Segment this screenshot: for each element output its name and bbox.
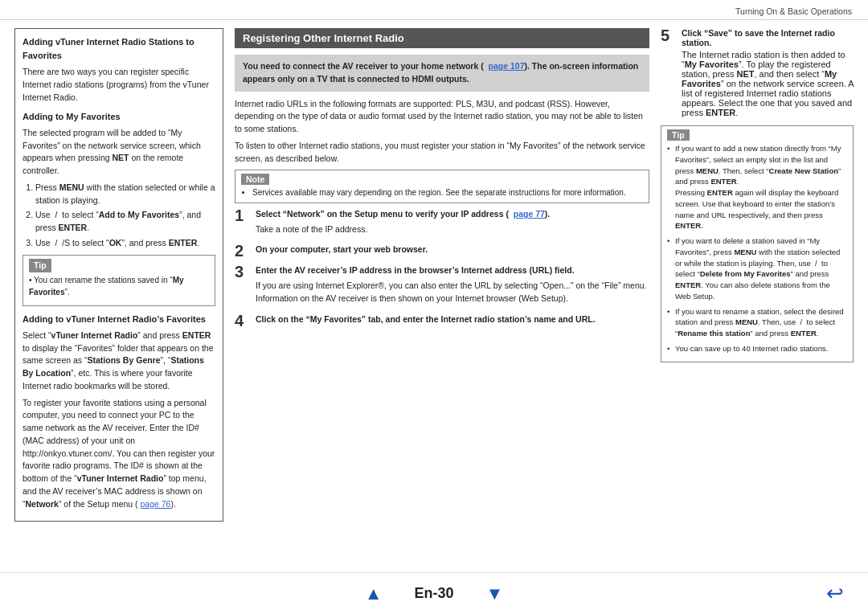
left-box-title: Adding vTuner Internet Radio Stations to… bbox=[23, 35, 215, 62]
back-button[interactable]: ↩ bbox=[826, 581, 844, 606]
page76-link[interactable]: page 76 bbox=[141, 499, 171, 509]
left-step-2: Use / to select “Add to My Favorites”, a… bbox=[35, 209, 215, 235]
left-tip-box: Tip • You can rename the stations saved … bbox=[23, 255, 215, 307]
mid-column: Registering Other Internet Radio You nee… bbox=[235, 28, 649, 522]
page77-link[interactable]: page 77 bbox=[514, 209, 545, 219]
section2-p2: To register your favorite stations using… bbox=[23, 397, 215, 511]
left-intro: There are two ways you can register spec… bbox=[23, 66, 215, 104]
prev-arrow[interactable]: ▲ bbox=[365, 583, 383, 604]
left-step-3: Use / /S to select “OK”, and press ENTER… bbox=[35, 237, 215, 250]
next-arrow[interactable]: ▼ bbox=[486, 583, 504, 604]
page-label: En-30 bbox=[414, 585, 453, 602]
page107-link[interactable]: page 107 bbox=[489, 61, 525, 71]
step-1: 1 Select “Network” on the Setup menu to … bbox=[235, 208, 649, 239]
mid-p2: To listen to other Internet radio statio… bbox=[235, 140, 649, 166]
right-tip-4: You can save up to 40 Internet radio sta… bbox=[667, 343, 847, 354]
step-4: 4 Click on the “My Favorites” tab, and e… bbox=[235, 313, 649, 329]
mid-section-title: Registering Other Internet Radio bbox=[235, 28, 649, 48]
step-3: 3 Enter the AV receiver’s IP address in … bbox=[235, 264, 649, 307]
section2-p1: Select “vTuner Internet Radio” and press… bbox=[23, 330, 215, 393]
section1-title: Adding to My Favorites bbox=[23, 110, 215, 124]
highlight-box: You need to connect the AV receiver to y… bbox=[235, 55, 649, 92]
left-step-1: Press MENU with the station selected or … bbox=[35, 182, 215, 207]
mid-p1: Internet radio URLs in the following for… bbox=[235, 98, 649, 136]
left-steps: Press MENU with the station selected or … bbox=[23, 182, 215, 250]
page-footer: ▲ En-30 ▼ ↩ bbox=[0, 572, 868, 614]
left-box: Adding vTuner Internet Radio Stations to… bbox=[14, 28, 223, 522]
right-tip-2: If you want to delete a station saved in… bbox=[667, 235, 847, 302]
right-tip-label: Tip bbox=[667, 129, 690, 141]
footer-nav: ▲ En-30 ▼ bbox=[365, 583, 504, 604]
step-5: 5 Click “Save” to save the Internet radi… bbox=[661, 28, 854, 120]
right-tip-3: If you want to rename a station, select … bbox=[667, 306, 847, 339]
main-content: Adding vTuner Internet Radio Stations to… bbox=[0, 20, 868, 530]
note-item-1: Services available may vary depending on… bbox=[252, 187, 643, 199]
right-column: 5 Click “Save” to save the Internet radi… bbox=[661, 28, 854, 522]
right-tip-list: If you want to add a new station directl… bbox=[667, 143, 847, 354]
left-column: Adding vTuner Internet Radio Stations to… bbox=[14, 28, 223, 522]
right-tip-1: If you want to add a new station directl… bbox=[667, 143, 847, 231]
step5-detail: The Internet radio station is then added… bbox=[682, 50, 854, 117]
left-tip-label: Tip bbox=[29, 259, 51, 273]
mid-steps: 1 Select “Network” on the Setup menu to … bbox=[235, 208, 649, 329]
note-box: Note Services available may vary dependi… bbox=[235, 170, 649, 203]
note-list: Services available may vary depending on… bbox=[241, 187, 643, 199]
right-tip-box: Tip If you want to add a new station dir… bbox=[661, 125, 854, 362]
left-tip-text: • You can rename the stations saved in “… bbox=[29, 275, 209, 298]
header-text: Turning On & Basic Operations bbox=[735, 6, 852, 16]
note-label: Note bbox=[241, 174, 269, 185]
section1-p1: The selected program will be added to “M… bbox=[23, 127, 215, 178]
step-2: 2 On your computer, start your web brows… bbox=[235, 244, 649, 259]
section2-title: Adding to vTuner Internet Radio’s Favori… bbox=[23, 313, 215, 326]
page-header: Turning On & Basic Operations bbox=[0, 0, 868, 20]
